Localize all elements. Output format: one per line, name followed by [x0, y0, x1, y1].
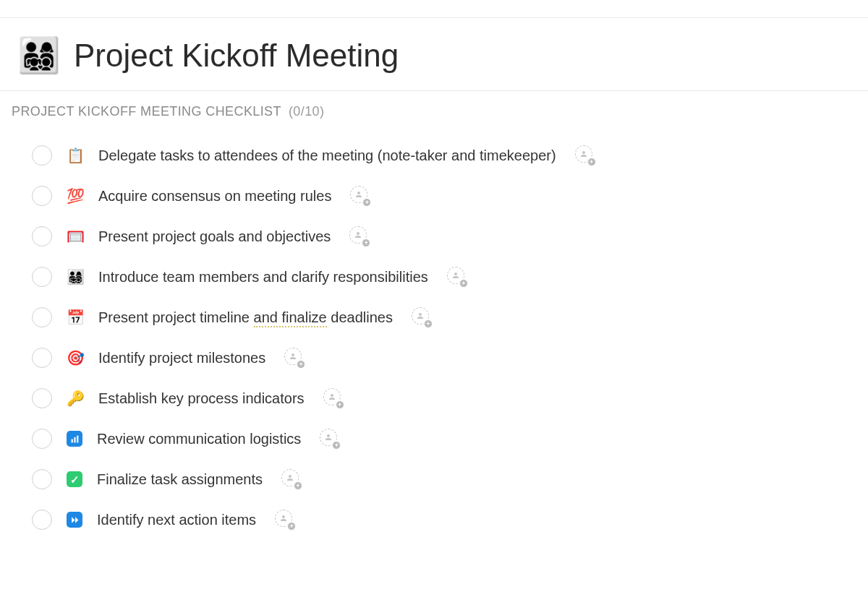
- assignee-add-button[interactable]: +: [412, 307, 432, 327]
- assignee-add-button[interactable]: +: [575, 145, 595, 166]
- section-title: Project Kickoff Meeting Checklist: [12, 104, 281, 119]
- checklist-item-text[interactable]: Identify project milestones: [98, 348, 265, 367]
- checklist-checkbox[interactable]: [32, 388, 52, 408]
- assignee-add-button[interactable]: +: [284, 348, 305, 368]
- svg-rect-0: [71, 439, 72, 442]
- checklist-item-text[interactable]: Present project timeline and finalize de…: [98, 308, 393, 327]
- checklist-item[interactable]: 💯Acquire consensus on meeting rules+: [12, 176, 856, 216]
- checklist-checkbox[interactable]: [32, 267, 52, 287]
- checklist-item[interactable]: Identify next action items+: [12, 499, 856, 540]
- checklist-item[interactable]: 🔑Establish key process indicators+: [12, 378, 856, 419]
- assignee-add-button[interactable]: +: [275, 510, 295, 530]
- checklist-checkbox[interactable]: [32, 510, 52, 530]
- checklist-item[interactable]: Review communication logistics+: [12, 419, 856, 459]
- checklist-item-text[interactable]: Establish key process indicators: [98, 389, 305, 408]
- emoji-icon: 📅: [67, 310, 84, 325]
- assignee-add-button[interactable]: +: [320, 429, 340, 449]
- emoji-icon: 🥅: [67, 229, 84, 244]
- checklist-section: Project Kickoff Meeting Checklist (0/10)…: [0, 91, 868, 540]
- bar-chart-icon: [67, 431, 82, 447]
- emoji-icon: 👨‍👩‍👧‍👦: [67, 270, 84, 284]
- emoji-icon: 💯: [67, 189, 84, 203]
- checklist-item-text[interactable]: Present project goals and objectives: [98, 227, 331, 246]
- svg-rect-1: [74, 437, 75, 443]
- checklist-item[interactable]: 🎯Identify project milestones+: [12, 338, 856, 378]
- emoji-icon: 🔑: [67, 391, 84, 406]
- checklist-checkbox[interactable]: [32, 307, 52, 327]
- assignee-add-button[interactable]: +: [447, 267, 467, 287]
- checklist-item-text[interactable]: Finalize task assignments: [97, 470, 263, 489]
- checklist-checkbox[interactable]: [32, 186, 52, 206]
- checklist-checkbox[interactable]: [32, 348, 52, 368]
- checklist-item-text[interactable]: Identify next action items: [97, 510, 256, 529]
- checklist-item[interactable]: 🥅Present project goals and objectives+: [12, 216, 856, 257]
- checkmark-icon: ✓: [67, 471, 82, 487]
- checklist-item[interactable]: ✓Finalize task assignments+: [12, 459, 856, 499]
- assignee-add-button[interactable]: +: [350, 186, 370, 206]
- svg-rect-2: [77, 436, 78, 443]
- section-count: (0/10): [289, 104, 324, 119]
- page-icon[interactable]: 👨‍👩‍👧‍👦: [17, 38, 61, 73]
- checklist-item-text[interactable]: Review communication logistics: [97, 429, 301, 448]
- page-title[interactable]: Project Kickoff Meeting: [74, 38, 399, 73]
- assignee-add-button[interactable]: +: [349, 226, 370, 246]
- checklist-item[interactable]: 👨‍👩‍👧‍👦Introduce team members and clarif…: [12, 257, 856, 297]
- checklist-item[interactable]: 📅Present project timeline and finalize d…: [12, 297, 856, 338]
- checklist-checkbox[interactable]: [32, 469, 52, 489]
- next-track-icon: [67, 512, 82, 528]
- checklist-checkbox[interactable]: [32, 226, 52, 246]
- emoji-icon: 📋: [67, 148, 84, 163]
- checklist-item[interactable]: 📋Delegate tasks to attendees of the meet…: [12, 135, 856, 176]
- assignee-add-button[interactable]: +: [323, 388, 344, 408]
- assignee-add-button[interactable]: +: [281, 469, 302, 489]
- page-header: 👨‍👩‍👧‍👦 Project Kickoff Meeting: [0, 18, 868, 91]
- checklist-item-text[interactable]: Acquire consensus on meeting rules: [98, 186, 331, 205]
- checklist-checkbox[interactable]: [32, 429, 52, 449]
- checklist-item-text[interactable]: Delegate tasks to attendees of the meeti…: [98, 146, 556, 165]
- checklist-checkbox[interactable]: [32, 145, 52, 166]
- section-header[interactable]: Project Kickoff Meeting Checklist (0/10): [12, 104, 856, 119]
- emoji-icon: 🎯: [67, 351, 84, 365]
- checklist-item-text[interactable]: Introduce team members and clarify respo…: [98, 267, 428, 286]
- checklist-items: 📋Delegate tasks to attendees of the meet…: [12, 135, 856, 540]
